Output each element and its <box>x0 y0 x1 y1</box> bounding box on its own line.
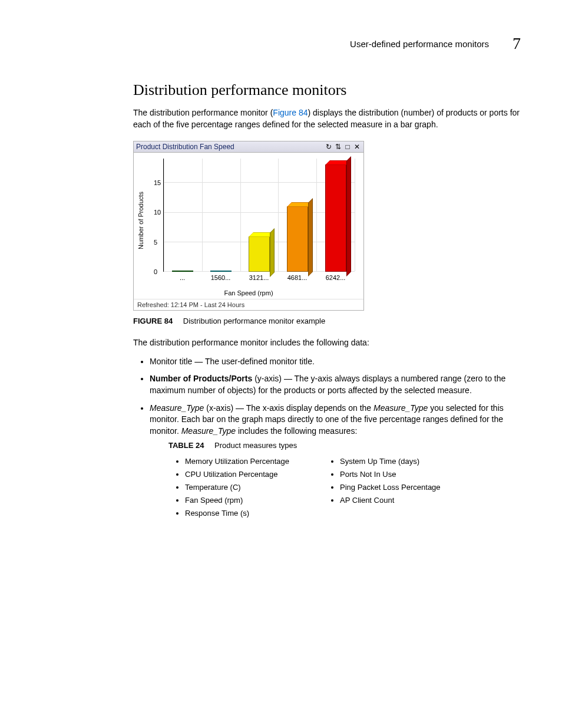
chart-xlabel: Fan Speed (rpm) <box>134 289 363 297</box>
list-italic: Measure_Type <box>181 426 236 436</box>
chart-xtick: 3121... <box>249 274 269 281</box>
chart-bar <box>287 202 308 272</box>
content-column: Distribution performance monitors The di… <box>133 81 521 521</box>
after-figure-paragraph: The distribution performance monitor inc… <box>133 337 521 349</box>
list-italic: Measure_Type <box>150 403 204 413</box>
widget-titlebar: Product Distribution Fan Speed ↻ ⇅ □ ✕ <box>134 141 363 153</box>
page: User-defined performance monitors 7 Dist… <box>0 0 562 566</box>
widget-footer: Refreshed: 12:14 PM - Last 24 Hours <box>134 299 363 310</box>
chart-ytick: 15 <box>154 179 161 186</box>
maximize-icon[interactable]: □ <box>343 143 352 151</box>
intro-text-pre: The distribution performance monitor ( <box>133 108 273 117</box>
measure-item: Response Time (s) <box>185 508 289 519</box>
refresh-icon[interactable]: ↻ <box>325 143 333 151</box>
page-header: User-defined performance monitors 7 <box>41 35 521 52</box>
measure-item: Temperature (C) <box>185 482 289 493</box>
chart-xtick: ... <box>180 274 185 281</box>
chart-ytick: 5 <box>154 239 157 246</box>
list-item: Monitor title — The user-defined monitor… <box>150 356 521 368</box>
table-caption-text: Product measures types <box>214 441 297 450</box>
chart-xtick: 6242... <box>326 274 346 281</box>
measure-item: Ping Packet Loss Percentage <box>340 482 441 493</box>
measures-left-col: Memory Utilization PercentageCPU Utiliza… <box>170 456 289 522</box>
measure-item: System Up Time (days) <box>340 456 441 467</box>
list-text: includes the following measures: <box>236 426 357 436</box>
figure-84: Product Distribution Fan Speed ↻ ⇅ □ ✕ N… <box>133 141 521 325</box>
measure-item: AP Client Count <box>340 495 441 506</box>
data-description-list: Monitor title — The user-defined monitor… <box>133 356 521 522</box>
measures-right-col: System Up Time (days)Ports Not In UsePin… <box>325 456 441 522</box>
measure-item: Fan Speed (rpm) <box>185 495 289 506</box>
chapter-number: 7 <box>513 35 521 52</box>
chart-ytick: 0 <box>154 268 157 275</box>
chart-plot-area: Number of Products 051015 ...1560...3121… <box>134 153 363 288</box>
measure-item: Ports Not In Use <box>340 469 441 480</box>
list-italic: Measure_Type <box>373 403 428 413</box>
figure-caption-text: Distribution performance monitor example <box>183 317 325 325</box>
table-caption: TABLE 24 Product measures types <box>168 440 521 451</box>
chart-bar <box>325 160 346 272</box>
measure-item: Memory Utilization Percentage <box>185 456 289 467</box>
chart-ytick: 10 <box>154 209 161 216</box>
measures-table: Memory Utilization PercentageCPU Utiliza… <box>170 456 521 522</box>
list-item: Number of Products/Ports (y-axis) — The … <box>150 373 521 396</box>
table-caption-label: TABLE 24 <box>168 441 204 450</box>
list-text: (x-axis) — The x-axis display depends on… <box>204 403 373 413</box>
figure-caption: FIGURE 84 Distribution performance monit… <box>133 317 521 325</box>
chart-bar <box>210 271 232 272</box>
chart-xtick: 1560... <box>211 274 231 281</box>
list-text: Monitor title — The user-defined monitor… <box>150 357 315 366</box>
close-icon[interactable]: ✕ <box>353 143 361 151</box>
chart-ylabel: Number of Products <box>137 192 144 249</box>
list-bold: Number of Products/Ports <box>150 374 252 383</box>
list-item: Measure_Type (x-axis) — The x-axis displ… <box>150 403 521 522</box>
widget-title-text: Product Distribution Fan Speed <box>136 143 234 151</box>
chart-xtick: 4681... <box>287 274 308 281</box>
section-title: Distribution performance monitors <box>133 81 521 99</box>
chart-bar <box>172 271 193 272</box>
chart-widget: Product Distribution Fan Speed ↻ ⇅ □ ✕ N… <box>133 141 364 311</box>
figure-ref-link[interactable]: Figure 84 <box>273 108 308 117</box>
intro-paragraph: The distribution performance monitor (Fi… <box>133 107 521 130</box>
updown-arrows-icon[interactable]: ⇅ <box>334 143 342 151</box>
measure-item: CPU Utilization Percentage <box>185 469 289 480</box>
running-header-text: User-defined performance monitors <box>350 39 489 49</box>
chart-bar <box>249 232 270 272</box>
chart-bars <box>163 159 355 272</box>
figure-caption-label: FIGURE 84 <box>133 317 173 325</box>
